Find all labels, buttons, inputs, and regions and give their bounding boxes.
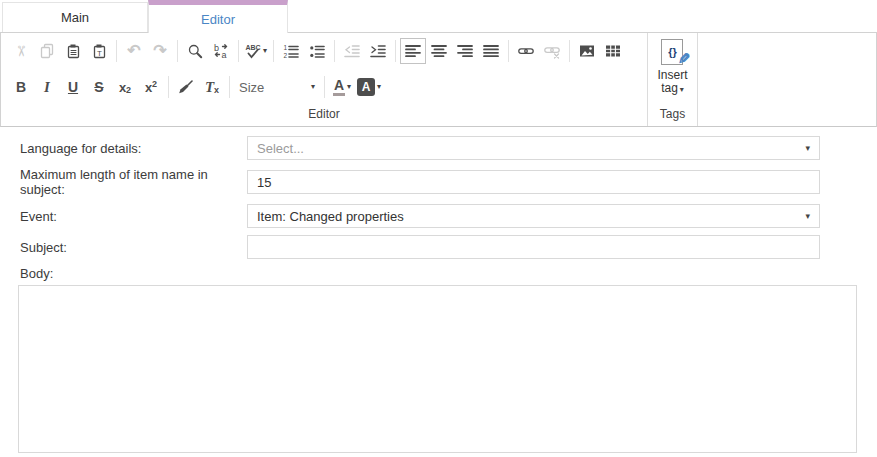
numbered-list-button[interactable]: 12 (278, 38, 304, 64)
remove-format-button[interactable]: Tx (199, 74, 225, 100)
align-justify-button[interactable] (478, 38, 504, 64)
font-size-select[interactable]: Size (234, 74, 320, 100)
bold-button[interactable]: B (8, 74, 34, 100)
align-right-icon (457, 43, 473, 59)
tab-editor[interactable]: Editor (148, 0, 288, 33)
search-icon (187, 43, 203, 59)
chevron-down-icon (680, 85, 684, 94)
subject-input[interactable] (247, 235, 820, 259)
svg-text:T: T (97, 49, 102, 58)
tab-main-label: Main (61, 10, 89, 25)
svg-text:a: a (222, 50, 227, 59)
field-label: Language for details: (20, 141, 247, 156)
paste-button[interactable] (60, 38, 86, 64)
strikethrough-button[interactable]: S (86, 74, 112, 100)
cut-button[interactable]: ✂ (8, 38, 34, 64)
toolbar-divider (334, 40, 335, 62)
toolbar-divider (273, 40, 274, 62)
paste-icon (65, 43, 81, 59)
paste-text-icon: T (91, 43, 107, 59)
superscript-button[interactable]: x2 (138, 74, 164, 100)
editor-group: ✂T↶↷baABC12 BIUSx2x2TxSizeAA Editor (1, 33, 647, 126)
tags-group: {} Insert tag Tags (648, 33, 697, 126)
toolbar-divider (168, 76, 169, 98)
chevron-down-icon (311, 83, 315, 91)
toolbar-row-1: ✂T↶↷baABC12 (1, 34, 647, 68)
text-color-button[interactable]: A (329, 74, 355, 100)
replace-icon: ba (213, 43, 229, 59)
settings-form: Language for details: Select... Maximum … (20, 136, 877, 259)
select-value: Item: Changed properties (257, 209, 805, 224)
form-row-max-length: Maximum length of item name in subject: (20, 167, 877, 197)
field-label: Event: (20, 209, 247, 224)
svg-text:1: 1 (284, 44, 288, 51)
insert-tag-button[interactable]: {} Insert tag (657, 39, 687, 95)
undo-button[interactable]: ↶ (121, 38, 147, 64)
toolbar-divider (569, 40, 570, 62)
language-select[interactable]: Select... (247, 136, 820, 160)
body-textarea[interactable] (18, 285, 857, 453)
field-label: Body: (20, 266, 877, 281)
toolbar-divider (177, 40, 178, 62)
insert-tag-label: Insert tag (657, 69, 687, 95)
field-label: Subject: (20, 240, 247, 255)
insert-tag-icon: {} (661, 39, 683, 65)
form-row-language: Language for details: Select... (20, 136, 877, 160)
format-painter-button[interactable] (173, 74, 199, 100)
redo-button[interactable]: ↷ (147, 38, 173, 64)
strikethrough-icon: S (94, 80, 103, 94)
subscript-button[interactable]: x2 (112, 74, 138, 100)
svg-text:b: b (214, 43, 219, 53)
tab-editor-label: Editor (201, 12, 235, 27)
italic-button[interactable]: I (34, 74, 60, 100)
form-row-event: Event: Item: Changed properties (20, 204, 877, 228)
align-justify-icon (483, 43, 499, 59)
cut-icon: ✂ (13, 45, 28, 58)
underline-icon: U (68, 80, 78, 94)
toolbar-divider (116, 40, 117, 62)
align-center-icon (431, 43, 447, 59)
decrease-indent-button[interactable] (339, 38, 365, 64)
paste-text-button[interactable]: T (86, 38, 112, 64)
increase-indent-button[interactable] (365, 38, 391, 64)
chevron-down-icon (347, 83, 351, 91)
link-icon (518, 43, 534, 59)
tab-bar: Main Editor (0, 0, 877, 32)
underline-button[interactable]: U (60, 74, 86, 100)
indent-icon (370, 43, 386, 59)
tab-main[interactable]: Main (2, 2, 148, 32)
subscript-icon: x2 (119, 80, 131, 95)
find-button[interactable] (182, 38, 208, 64)
align-center-button[interactable] (426, 38, 452, 64)
toolbar-divider (395, 40, 396, 62)
align-right-button[interactable] (452, 38, 478, 64)
font-size-value: Size (239, 80, 309, 95)
toolbar-divider (238, 40, 239, 62)
spell-check-button[interactable]: ABC (243, 38, 269, 64)
copy-icon (39, 43, 55, 59)
numlist-icon: 12 (283, 43, 299, 59)
select-placeholder: Select... (257, 141, 805, 156)
chevron-down-icon (377, 83, 381, 91)
background-color-button[interactable]: A (355, 74, 383, 100)
chevron-down-icon (263, 47, 267, 55)
chevron-down-icon (805, 212, 810, 221)
replace-button[interactable]: ba (208, 38, 234, 64)
bullet-list-button[interactable] (304, 38, 330, 64)
event-select[interactable]: Item: Changed properties (247, 204, 820, 228)
ribbon-empty-area (698, 33, 876, 126)
ribbon-toolbar: ✂T↶↷baABC12 BIUSx2x2TxSizeAA Editor {} I… (0, 32, 877, 127)
max-length-input[interactable] (247, 170, 820, 194)
bold-icon: B (16, 80, 26, 94)
unlink-button[interactable] (539, 38, 565, 64)
table-icon (605, 43, 621, 59)
insert-image-button[interactable] (574, 38, 600, 64)
toolbar-divider (229, 76, 230, 98)
insert-table-button[interactable] (600, 38, 626, 64)
field-label: Maximum length of item name in subject: (20, 167, 247, 197)
align-left-button[interactable] (400, 38, 426, 64)
tags-group-label: Tags (648, 107, 697, 126)
image-icon (579, 43, 595, 59)
copy-button[interactable] (34, 38, 60, 64)
insert-link-button[interactable] (513, 38, 539, 64)
